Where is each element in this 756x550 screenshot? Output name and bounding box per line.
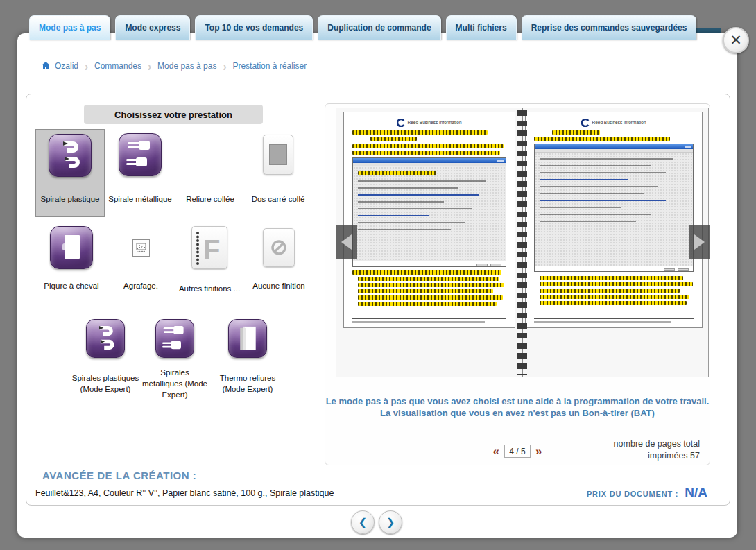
option-label: Autres finitions ... [179,273,240,304]
spiral-metal-icon [119,129,162,180]
chevron-right-icon: › [148,58,151,73]
pages-total: nombre de pages total imprimées 57 [614,438,700,462]
pager-prev-button[interactable]: « [493,445,499,458]
breadcrumb: Ozalid › Commandes › Mode pas à pas › Pr… [42,60,307,71]
tab-label: Multi fichiers [456,23,507,33]
chevron-right-icon: › [223,58,226,73]
option-thermo-reliures-expert[interactable]: Thermo reliures (Mode Expert) [209,316,286,406]
spiral-plastic-icon [86,316,125,361]
reed-swoosh-icon [581,119,590,127]
preview-page-right: Reed Business Information [525,112,703,328]
highlight-bullets [352,277,506,306]
option-reliure-collee[interactable]: Reliure collée [175,129,245,217]
option-piqure-a-cheval[interactable]: Piqure à cheval [37,223,106,299]
document-price: PRIX DU DOCUMENT : N/A [587,485,707,500]
option-label: Spirales métalliques (Mode Expert) [140,361,209,406]
tab-reprise-commandes[interactable]: Reprise des commandes sauvegardées [522,15,697,40]
breadcrumb-item-ozalid[interactable]: Ozalid [55,61,78,71]
spiral-plastic-icon [49,130,92,181]
preview-next-arrow[interactable] [689,225,710,259]
chevron-right-icon: ❯ [386,516,395,528]
option-spirale-metallique[interactable]: Spirale métallique [105,129,175,217]
pager-current-page[interactable]: 4 / 5 [504,445,531,458]
option-autres-finitions[interactable]: F Autres finitions ... [168,223,251,304]
home-icon[interactable] [42,62,50,69]
option-spirales-plastiques-expert[interactable]: Spirales plastiques (Mode Expert) [71,316,140,406]
option-label: Dos carré collé [252,180,305,217]
brand-logo: Reed Business Information [352,118,506,127]
saddle-stitch-icon [50,223,93,273]
preview-note-line2: La visualisation que vous en avez n'est … [325,408,710,418]
preview-page-left: Reed Business Information [343,112,515,328]
tab-multi-fichiers[interactable]: Multi fichiers [446,15,517,40]
chevron-right-icon: › [85,58,88,73]
screenshot-mock [352,157,506,267]
spiral-metal-icon [155,316,194,361]
square-back-icon [263,129,293,180]
breadcrumb-item-mode-pas-a-pas[interactable]: Mode pas à pas [157,61,216,71]
creation-progress-title: AVANCÉE DE LA CRÉATION : [42,470,196,481]
option-label: Reliure collée [186,180,234,217]
close-button[interactable]: ✕ [723,27,749,53]
tab-label: Reprise des commandes sauvegardées [531,23,687,33]
screenshot-mock [534,144,694,272]
tab-label: Mode pas à pas [39,23,101,33]
close-icon: ✕ [730,32,742,49]
option-agrafage[interactable]: Agrafage. [106,223,175,299]
wizard-panel: Choisissez votre prestation Spirale plas… [26,94,730,506]
option-label: Aucune finition [252,273,304,299]
arrow-right-icon [694,234,705,250]
no-finish-icon [263,223,295,273]
tab-mode-express[interactable]: Mode express [115,15,190,40]
page-spread: Reed Business Information [336,108,709,377]
creation-progress-detail: Feuillet&123, A4, Couleur R° V°, Papier … [35,488,334,498]
option-label: Piqure à cheval [44,273,98,299]
other-finishes-icon: F [191,223,227,273]
option-label: Spirale plastique [40,181,99,216]
tab-bar: Mode pas à pas Mode express Top 10 de vo… [29,15,696,40]
pager-next-button[interactable]: » [535,445,542,458]
tab-top-10[interactable]: Top 10 de vos demandes [195,15,313,40]
option-label: Spirales plastiques (Mode Expert) [71,361,140,406]
wizard-next-button[interactable]: ❯ [379,510,402,534]
price-value: N/A [685,485,707,500]
arrow-left-icon [341,234,352,250]
reed-swoosh-icon [397,119,405,127]
price-label: PRIX DU DOCUMENT : [587,490,678,498]
option-label: Thermo reliures (Mode Expert) [209,361,286,406]
order-wizard-modal: Ozalid › Commandes › Mode pas à pas › Pr… [17,33,737,538]
option-dos-carre-colle[interactable]: Dos carré collé [243,129,313,217]
breadcrumb-item-commandes[interactable]: Commandes [94,61,141,71]
option-spirales-metalliques-expert[interactable]: Spirales métalliques (Mode Expert) [140,316,209,406]
tab-label: Mode express [125,23,180,33]
document-preview-panel: Reed Business Information [325,103,710,465]
tab-mode-pas-a-pas[interactable]: Mode pas à pas [29,15,110,40]
broken-image-icon [132,223,150,273]
tab-label: Duplication de commande [327,23,431,33]
pages-total-label: nombre de pages total [614,438,700,450]
chevron-left-icon: ❮ [359,516,368,528]
prestation-panel-title: Choisissez votre prestation [84,105,263,124]
spiral-binding [516,108,529,377]
option-label: Agrafage. [123,273,158,299]
preview-note-line1: Le mode pas à pas que vous avez choisi e… [325,396,710,406]
tab-label: Top 10 de vos demandes [205,23,303,33]
thermo-binding-icon [228,316,267,361]
highlight-bullets [534,276,694,305]
pages-total-value: imprimées 57 [614,450,700,462]
screen: DÉCONNEXION Mode pas à pas Mode express … [0,0,756,550]
tab-duplication[interactable]: Duplication de commande [318,15,440,40]
svg-text:F: F [203,234,220,265]
option-label: Spirale métallique [108,180,171,217]
wizard-prev-button[interactable]: ❮ [351,510,375,534]
preview-prev-arrow[interactable] [336,225,357,259]
brand-logo: Reed Business Information [534,118,694,127]
option-spirale-plastique[interactable]: Spirale plastique [35,129,105,217]
option-aucune-finition[interactable]: Aucune finition [244,223,313,299]
breadcrumb-item-current: Prestation à réaliser [232,61,307,71]
